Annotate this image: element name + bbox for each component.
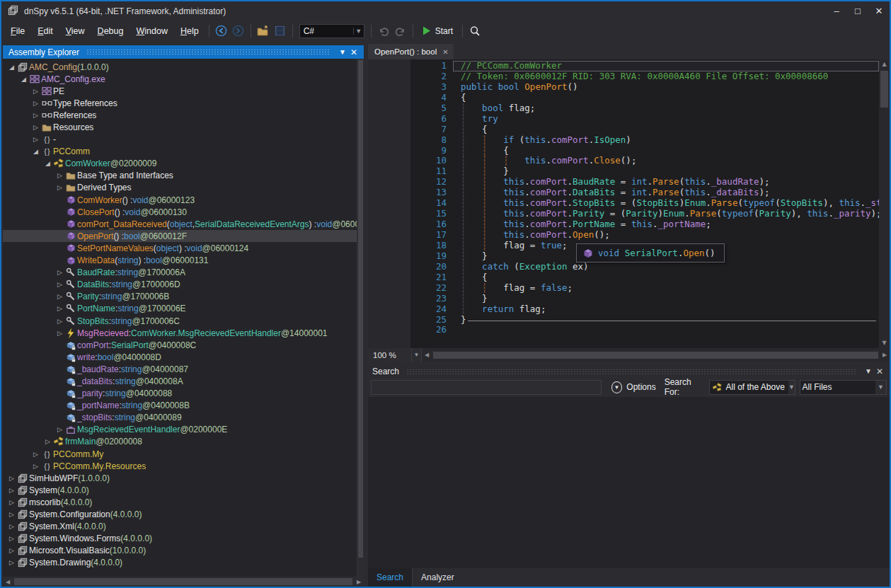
panel-close-icon[interactable]: ✕ <box>348 47 360 57</box>
expander-collapsed-icon[interactable]: ▷ <box>31 451 40 458</box>
code-line[interactable]: 26 <box>453 325 879 335</box>
code-line[interactable]: 10┆ ┆ ┆ this.comPort.Close(); <box>453 156 879 166</box>
panel-menu-chevron-icon[interactable]: ▼ <box>337 48 348 56</box>
tree-row[interactable]: ▷{ }PCComm.My.Resources <box>3 460 357 472</box>
expander-collapsed-icon[interactable]: ▷ <box>31 124 40 131</box>
expander-collapsed-icon[interactable]: ▷ <box>7 523 16 530</box>
tree-row[interactable]: ClosePort() : void @06000130 <box>3 206 357 218</box>
tree-row[interactable]: ▷{ }- <box>3 134 357 146</box>
code-editor[interactable]: 1// PCComm.ComWorker2// Token: 0x0600012… <box>368 59 890 348</box>
expander-expanded-icon[interactable]: ◢ <box>7 64 16 71</box>
tab-search[interactable]: Search <box>368 568 413 587</box>
tree-row[interactable]: ▷References <box>3 109 357 121</box>
code-line[interactable]: 11┆ ┆ } <box>453 166 879 177</box>
code-line[interactable]: 8┆ ┆ if (this.comPort.IsOpen) <box>453 135 879 146</box>
tree-horizontal-scrollbar[interactable]: ◀ ▶ <box>3 577 364 587</box>
tree-row[interactable]: ▷System.Windows.Forms (4.0.0.0) <box>3 533 357 545</box>
chevron-down-icon[interactable]: ▼ <box>353 28 364 35</box>
tree-row[interactable]: ▷System (4.0.0.0) <box>3 484 357 496</box>
tree-row[interactable]: ▷{ }PCComm.My <box>3 448 357 460</box>
menu-edit[interactable]: Edit <box>31 23 59 39</box>
minimize-button[interactable]: – <box>826 1 847 21</box>
tree-row[interactable]: _portName : string @0400008B <box>3 400 357 412</box>
tree-row[interactable]: ▷System.Drawing (4.0.0.0) <box>3 557 357 569</box>
code-line[interactable]: 9┆ ┆ { <box>453 146 879 156</box>
tree-row[interactable]: ◢{ }PCComm <box>3 146 357 158</box>
tree-row[interactable]: ▷Resources <box>3 121 357 133</box>
chevron-down-icon[interactable]: ▼ <box>875 381 886 394</box>
expander-collapsed-icon[interactable]: ▷ <box>55 330 64 337</box>
expander-collapsed-icon[interactable]: ▷ <box>31 136 40 143</box>
code-line[interactable]: 5┆ bool flag; <box>453 103 879 114</box>
expander-collapsed-icon[interactable]: ▷ <box>31 100 40 107</box>
code-line[interactable]: 25} <box>453 315 879 325</box>
expander-expanded-icon[interactable]: ◢ <box>43 160 52 167</box>
files-combobox[interactable]: All Files ▼ <box>800 380 887 395</box>
document-tab[interactable]: OpenPort() : bool ✕ <box>368 44 454 59</box>
menu-help[interactable]: Help <box>174 23 205 39</box>
scroll-left-icon[interactable]: ◀ <box>422 352 432 358</box>
code-line[interactable]: 1// PCComm.ComWorker <box>453 61 879 71</box>
expander-collapsed-icon[interactable]: ▷ <box>31 112 40 119</box>
expander-collapsed-icon[interactable]: ▷ <box>7 475 16 482</box>
redo-button[interactable] <box>392 23 409 39</box>
expander-collapsed-icon[interactable]: ▷ <box>7 535 16 542</box>
tree-row[interactable]: ▷Microsoft.VisualBasic (10.0.0.0) <box>3 545 357 557</box>
chevron-down-icon[interactable]: ▼ <box>788 381 795 394</box>
code-line[interactable]: 4{ <box>453 93 879 103</box>
code-line[interactable]: 22┆ ┆ flag = false; <box>453 283 879 294</box>
navigate-back-button[interactable] <box>213 23 230 39</box>
code-line[interactable]: 12┆ ┆ this.comPort.BaudRate = int.Parse(… <box>453 177 879 188</box>
tree-row[interactable]: ▷DataBits : string @1700006D <box>3 279 357 291</box>
tree-row[interactable]: _baudRate : string @04000087 <box>3 363 357 375</box>
tree-row[interactable]: ▷Parity : string @1700006B <box>3 291 357 303</box>
tree-row[interactable]: ▷MsgRecieved : ComWorker.MsgRecievedEven… <box>3 327 357 339</box>
tree-row[interactable]: ▷BaudRate : string @1700006A <box>3 267 357 279</box>
scrollbar-thumb[interactable] <box>14 578 352 585</box>
scrollbar-thumb[interactable] <box>880 71 888 108</box>
tree-row[interactable]: ▷mscorlib (4.0.0.0) <box>3 496 357 508</box>
options-chevron-icon[interactable]: ▼ <box>611 381 623 393</box>
undo-button[interactable] <box>375 23 392 39</box>
tree-row[interactable]: ▷StopBits : string @1700006C <box>3 315 357 327</box>
tree-row[interactable]: ▷MsgRecievedEventHandler @0200000E <box>3 424 357 436</box>
assembly-explorer-header[interactable]: Assembly Explorer ▼ ✕ <box>3 45 364 59</box>
scroll-right-icon[interactable]: ▶ <box>880 352 890 358</box>
tree-row[interactable]: ◢ComWorker @02000009 <box>3 158 357 170</box>
tree-row[interactable]: ▷System.Xml (4.0.0.0) <box>3 521 357 533</box>
tree-row[interactable]: OpenPort() : bool @0600012F <box>3 230 357 242</box>
scroll-down-icon[interactable]: ▼ <box>882 338 886 348</box>
tree-row[interactable]: ▷Base Type and Interfaces <box>3 170 357 182</box>
open-file-button[interactable] <box>255 23 272 39</box>
expander-collapsed-icon[interactable]: ▷ <box>55 426 64 433</box>
assembly-tree[interactable]: ◢AMC_Config (1.0.0.0)◢AMC_Config.exe▷PE▷… <box>3 59 357 577</box>
code-line[interactable]: 21┆ { <box>453 272 879 283</box>
scroll-right-icon[interactable]: ▶ <box>354 579 364 585</box>
tree-row[interactable]: ▷PortName : string @1700006E <box>3 303 357 315</box>
menu-file[interactable]: File <box>4 23 31 39</box>
menu-view[interactable]: View <box>59 23 91 39</box>
title-bar[interactable]: dnSpy v6.5.1 (64-bit, .NET Framework, Ad… <box>1 1 890 21</box>
menu-debug[interactable]: Debug <box>91 23 130 39</box>
code-line[interactable]: 14┆ ┆ this.comPort.StopBits = (StopBits)… <box>453 198 879 209</box>
code-area[interactable]: 1// PCComm.ComWorker2// Token: 0x0600012… <box>410 59 879 348</box>
expander-collapsed-icon[interactable]: ▷ <box>55 184 64 191</box>
tree-row[interactable]: _dataBits : string @0400008A <box>3 375 357 387</box>
tree-row[interactable]: comPort : SerialPort @0400008C <box>3 339 357 351</box>
code-line[interactable]: 3public bool OpenPort() <box>453 82 879 93</box>
expander-collapsed-icon[interactable]: ▷ <box>55 293 64 300</box>
expander-collapsed-icon[interactable]: ▷ <box>55 269 64 276</box>
close-button[interactable]: ✕ <box>868 1 890 21</box>
options-label[interactable]: Options <box>626 382 655 392</box>
search-for-combobox[interactable]: All of the Above ▼ <box>709 380 795 395</box>
tab-close-icon[interactable]: ✕ <box>442 48 448 56</box>
expander-collapsed-icon[interactable]: ▷ <box>31 88 40 95</box>
expander-collapsed-icon[interactable]: ▷ <box>7 559 16 566</box>
tree-row[interactable]: ◢AMC_Config.exe <box>3 73 357 85</box>
tree-row[interactable]: ▷frmMain @02000008 <box>3 436 357 448</box>
tree-row[interactable]: ▷Derived Types <box>3 182 357 194</box>
expander-collapsed-icon[interactable]: ▷ <box>55 281 64 288</box>
expander-collapsed-icon[interactable]: ▷ <box>55 318 64 325</box>
code-line[interactable]: 2// Token: 0x0600012F RID: 303 RVA: 0x00… <box>453 71 879 82</box>
code-line[interactable]: 16┆ ┆ this.comPort.PortName = this._port… <box>453 219 879 230</box>
